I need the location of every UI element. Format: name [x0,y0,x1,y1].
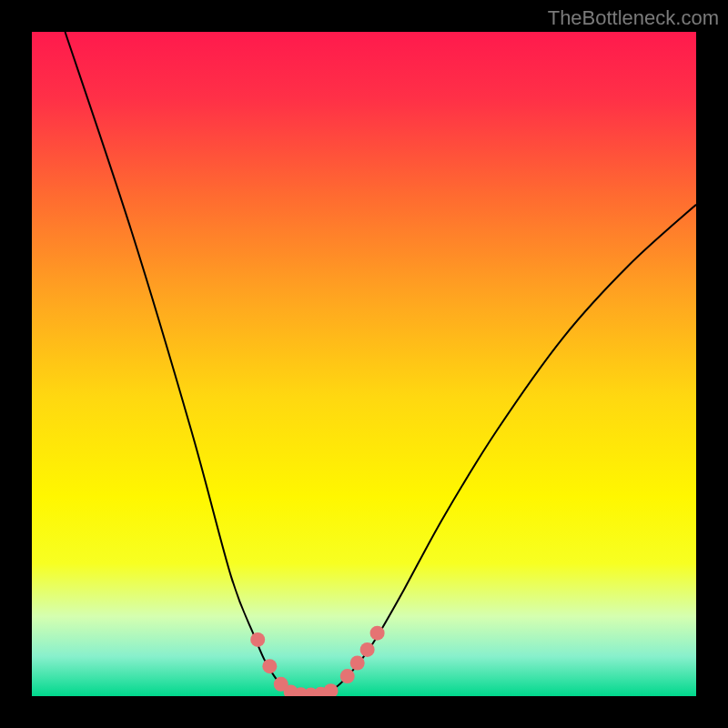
highlight-dot [250,632,265,647]
highlight-dot [350,656,365,671]
highlight-dot [262,659,277,673]
chart-container: TheBottleneck.com [0,0,728,728]
bottleneck-chart [0,0,728,728]
highlight-dot [360,642,375,657]
chart-background [32,32,696,696]
highlight-dot [370,626,385,641]
highlight-dot [324,683,339,698]
highlight-dot [340,669,355,683]
watermark-text: TheBottleneck.com [548,6,719,30]
